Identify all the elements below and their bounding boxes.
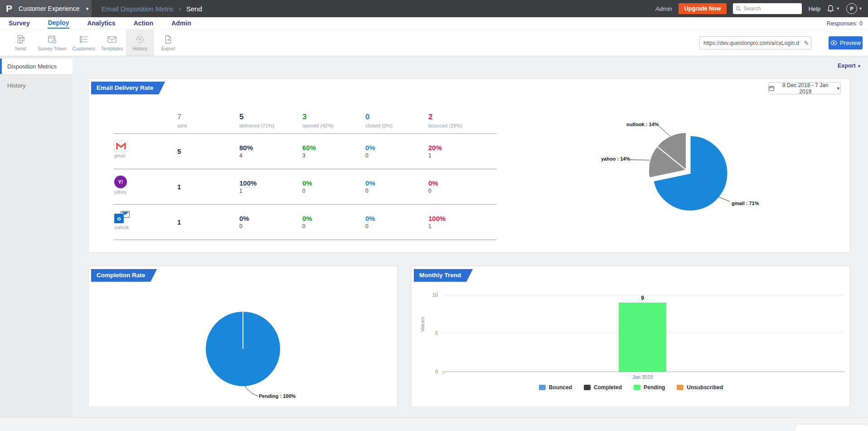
outlook-icon: o	[114, 211, 131, 224]
account-menu[interactable]: P ▼	[846, 3, 863, 14]
toolbar-item-export[interactable]: Export	[154, 29, 182, 56]
admin-label[interactable]: Admin	[655, 5, 672, 12]
monthly-trend-card: Monthly Trend 10 5 0 Values Jan 2019 9 B…	[411, 266, 850, 407]
notifications-menu[interactable]: ▼	[827, 5, 840, 13]
gmail-icon	[114, 140, 128, 152]
x-axis	[443, 372, 845, 372]
chevron-down-icon: ▼	[85, 6, 90, 11]
sidebar-item-history[interactable]: History	[0, 78, 73, 93]
breadcrumb-parent-link[interactable]: Email Disposition Metric	[102, 5, 174, 13]
menu-item-analytics[interactable]: Analytics	[87, 18, 116, 28]
menu-item-deploy[interactable]: Deploy	[48, 18, 70, 29]
send-mobile-icon	[15, 34, 25, 44]
opened-total: 3	[302, 108, 334, 122]
toolbar-item-customers[interactable]: Customers	[70, 29, 98, 56]
legend-swatch	[584, 385, 591, 390]
chevron-down-icon: ▼	[858, 6, 863, 11]
questionpro-logo: P	[6, 3, 12, 14]
email-delivery-rate-card: Email Delivery Rate 8 Dec 2018 - 7 Jan 2…	[88, 78, 850, 253]
completion-rate-card: Completion Rate Pending : 100%	[88, 266, 398, 407]
legend-swatch	[539, 385, 546, 390]
upgrade-now-button[interactable]: Upgrade Now	[679, 3, 727, 14]
search-input[interactable]	[743, 5, 795, 12]
table-row-yahoo: Y! yahoo 1 100%1 0%0 0%0 0%0	[114, 169, 497, 205]
delivery-pie-chart	[587, 106, 751, 238]
calendar-icon	[769, 85, 774, 91]
sidebar-item-disposition-metrics[interactable]: Disposition Metrics	[0, 59, 73, 74]
date-range-picker[interactable]: 8 Dec 2018 - 7 Jan 2019 ▼	[768, 82, 841, 94]
deploy-toolbar: Send Survey Token Customers Templates Hi…	[0, 29, 868, 56]
legend-item-pending[interactable]: Pending	[634, 384, 665, 391]
toolbar-item-send[interactable]: Send	[6, 29, 34, 56]
envelope-icon	[107, 34, 117, 44]
main-content: Export ▼ Email Delivery Rate 8 Dec 2018 …	[73, 56, 868, 417]
menu-item-action[interactable]: Action	[133, 18, 154, 28]
card-title-flag: Completion Rate	[91, 269, 157, 282]
legend-item-bounced[interactable]: Bounced	[539, 384, 572, 391]
toolbar-item-templates[interactable]: Templates	[98, 29, 126, 56]
table-row-outlook: o outlook 1 0%0 0%0 0%0 100%1	[114, 205, 497, 240]
menu-item-survey[interactable]: Survey	[8, 18, 30, 28]
chat-widget[interactable]	[795, 425, 868, 431]
global-search[interactable]	[733, 3, 802, 14]
clicked-total: 0	[365, 108, 393, 122]
y-tick-0: 0	[421, 369, 438, 374]
card-title-flag: Email Delivery Rate	[91, 82, 165, 94]
breadcrumb-separator: ›	[179, 5, 181, 12]
chart-legend: BouncedCompletedPendingUnsubscribed	[412, 384, 850, 391]
pie-label-outlook: outlook : 14%	[626, 122, 659, 127]
chevron-down-icon: ▼	[857, 64, 861, 69]
main-menu: Survey Deploy Analytics Action Admin Res…	[0, 17, 868, 29]
workspace-name: Customer Experience	[19, 5, 80, 12]
delivered-total: 5	[239, 108, 274, 122]
sent-total: 7	[177, 108, 187, 122]
x-category-label: Jan 2019	[620, 374, 665, 380]
export-dropdown[interactable]: Export ▼	[838, 63, 861, 69]
pie-label-pending: Pending : 100%	[259, 393, 296, 399]
table-row-gmail: gmail 5 80%4 60%3 0%0 20%1	[114, 134, 497, 169]
top-bar: P Customer Experience ▼ Email Dispositio…	[0, 0, 868, 17]
chevron-down-icon: ▼	[836, 86, 840, 91]
delivery-stats-table: 7sent 5delivered (71%) 3opened (42%) 0cl…	[114, 108, 497, 240]
workspace-switcher[interactable]: P Customer Experience ▼	[0, 0, 92, 17]
legend-swatch	[677, 385, 684, 390]
chevron-down-icon: ▼	[836, 6, 840, 11]
search-icon	[736, 6, 741, 11]
list-icon	[79, 34, 89, 44]
legend-item-unsubscribed[interactable]: Unsubscribed	[677, 384, 723, 391]
preview-button[interactable]: Preview	[829, 36, 863, 49]
footer-band	[0, 417, 868, 431]
y-tick-10: 10	[421, 292, 438, 298]
completion-pie-chart	[193, 298, 338, 402]
export-icon	[163, 34, 173, 44]
summary-header-row: 7sent 5delivered (71%) 3opened (42%) 0cl…	[114, 108, 497, 134]
left-sidebar: Disposition Metrics History	[0, 56, 73, 417]
breadcrumb: Email Disposition Metric › Send	[102, 5, 202, 13]
calendar-token-icon	[47, 34, 57, 44]
avatar: P	[846, 3, 857, 14]
bar-value-label: 9	[619, 295, 666, 301]
help-link[interactable]: Help	[808, 5, 820, 12]
edit-url-icon[interactable]: ✎	[804, 39, 809, 47]
history-icon	[135, 34, 145, 44]
bar-pending	[619, 303, 666, 372]
toolbar-item-survey-token[interactable]: Survey Token	[34, 29, 70, 56]
bell-icon	[827, 5, 834, 13]
y-axis-label: Values	[420, 317, 425, 332]
survey-url-field: ✎	[699, 36, 811, 49]
responses-count[interactable]: Responses: 0	[827, 20, 863, 27]
bounced-total: 2	[428, 108, 462, 122]
survey-url-input[interactable]	[703, 40, 804, 46]
pie-label-gmail: gmail : 71%	[732, 201, 759, 206]
toolbar-item-history[interactable]: History	[126, 29, 154, 56]
pie-label-yahoo: yahoo : 14%	[601, 156, 630, 162]
eye-icon	[830, 40, 837, 45]
breadcrumb-current: Send	[186, 5, 202, 13]
menu-item-admin[interactable]: Admin	[171, 18, 192, 28]
legend-swatch	[634, 385, 640, 390]
legend-item-completed[interactable]: Completed	[584, 384, 622, 391]
yahoo-icon: Y!	[114, 176, 127, 188]
